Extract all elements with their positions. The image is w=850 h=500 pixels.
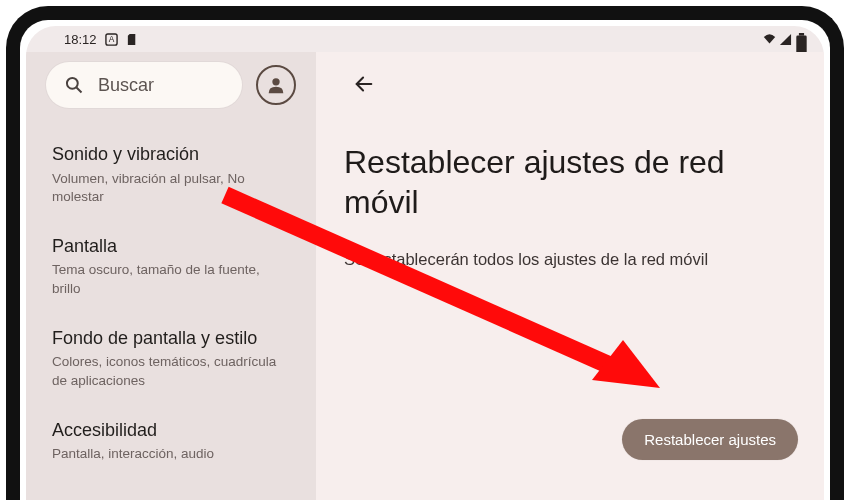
battery-icon	[795, 33, 808, 46]
app-indicator-icon: A	[105, 33, 118, 46]
account-avatar[interactable]	[256, 65, 296, 105]
svg-rect-2	[799, 33, 804, 36]
main-panel: Restablecer ajustes de red móvil Se rest…	[316, 52, 824, 500]
settings-nav: Sonido y vibración Volumen, vibración al…	[46, 128, 296, 478]
svg-rect-3	[796, 35, 806, 52]
back-arrow-icon	[353, 73, 375, 95]
sidebar-item-title: Fondo de pantalla y estilo	[52, 327, 290, 350]
reset-settings-button[interactable]: Restablecer ajustes	[622, 419, 798, 460]
svg-point-4	[67, 78, 78, 89]
sidebar-item-title: Accesibilidad	[52, 419, 290, 442]
sidebar-item-wallpaper[interactable]: Fondo de pantalla y estilo Colores, icon…	[46, 312, 296, 404]
status-time: 18:12	[64, 32, 97, 47]
search-icon	[64, 75, 84, 95]
search-placeholder: Buscar	[98, 75, 154, 96]
wifi-icon	[763, 33, 776, 46]
sidebar-item-subtitle: Colores, iconos temáticos, cuadrícula de…	[52, 353, 290, 389]
search-input[interactable]: Buscar	[46, 62, 242, 108]
sd-card-icon	[126, 33, 139, 46]
content-area: Buscar Sonido y vibración Volumen, vibra…	[26, 52, 824, 500]
sidebar-item-title: Sonido y vibración	[52, 143, 290, 166]
sidebar-item-subtitle: Pantalla, interacción, audio	[52, 445, 290, 463]
svg-point-6	[272, 78, 279, 85]
svg-line-5	[77, 88, 82, 93]
sidebar-item-accessibility[interactable]: Accesibilidad Pantalla, interacción, aud…	[46, 404, 296, 478]
status-bar: 18:12 A	[26, 26, 824, 52]
cell-signal-icon	[779, 33, 792, 46]
sidebar-item-sound[interactable]: Sonido y vibración Volumen, vibración al…	[46, 128, 296, 220]
svg-text:A: A	[108, 34, 114, 44]
back-button[interactable]	[344, 64, 384, 104]
page-title: Restablecer ajustes de red móvil	[344, 142, 774, 222]
sidebar-item-title: Pantalla	[52, 235, 290, 258]
sidebar-item-subtitle: Volumen, vibración al pulsar, No molesta…	[52, 170, 290, 206]
sidebar-item-subtitle: Tema oscuro, tamaño de la fuente, brillo	[52, 261, 290, 297]
tablet-frame: 18:12 A	[6, 6, 844, 500]
screen: 18:12 A	[26, 26, 824, 500]
page-description: Se restablecerán todos los ajustes de la…	[344, 250, 796, 269]
sidebar-item-display[interactable]: Pantalla Tema oscuro, tamaño de la fuent…	[46, 220, 296, 312]
settings-sidebar: Buscar Sonido y vibración Volumen, vibra…	[26, 52, 316, 500]
